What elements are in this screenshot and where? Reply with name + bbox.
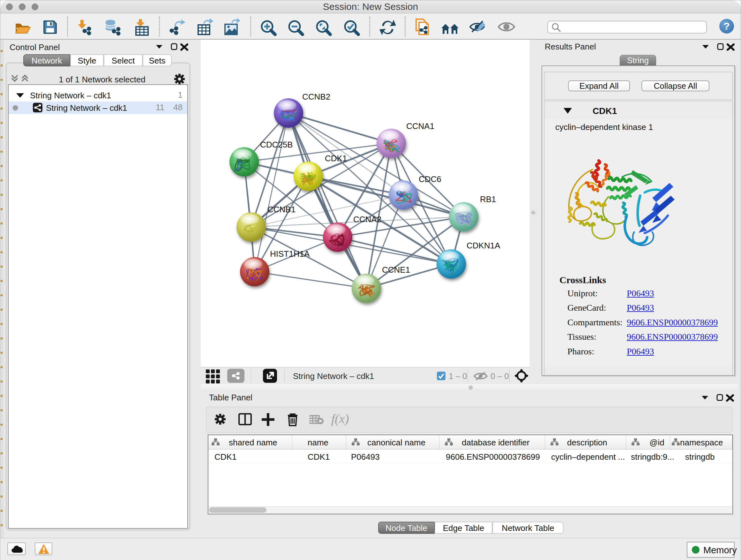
svg-text:CDC6: CDC6: [419, 174, 441, 184]
svg-text:CDKN1A: CDKN1A: [467, 241, 500, 250]
svg-text:CCNE1: CCNE1: [382, 265, 410, 274]
svg-text:CCNA2: CCNA2: [353, 214, 381, 224]
svg-text:CCNB1: CCNB1: [267, 205, 295, 214]
svg-text:CDC25B: CDC25B: [260, 140, 293, 149]
svg-text:CCNB2: CCNB2: [302, 92, 330, 102]
svg-text:RB1: RB1: [480, 194, 496, 204]
svg-text:CDK1: CDK1: [325, 153, 347, 163]
svg-text:HIST1H1A: HIST1H1A: [270, 249, 310, 259]
svg-text:CCNA1: CCNA1: [406, 121, 434, 131]
